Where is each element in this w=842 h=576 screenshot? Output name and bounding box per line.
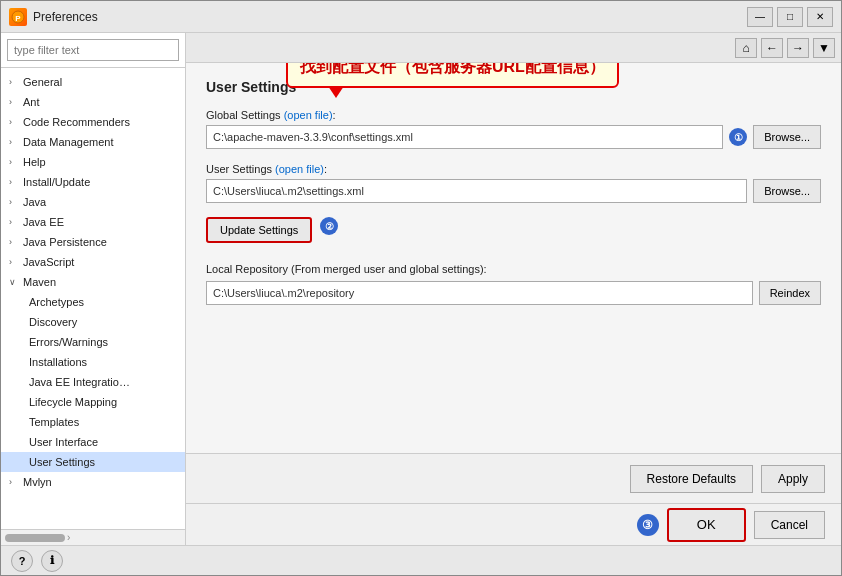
main-content: User Settings Global Settings (open file… [186, 63, 841, 453]
sidebar-item-user-interface[interactable]: User Interface [1, 432, 185, 452]
sidebar-item-javascript[interactable]: › JavaScript [1, 252, 185, 272]
sidebar-item-help[interactable]: › Help [1, 152, 185, 172]
user-settings-input[interactable] [206, 179, 747, 203]
sidebar-item-discovery[interactable]: Discovery [1, 312, 185, 332]
sidebar-item-general[interactable]: › General [1, 72, 185, 92]
sidebar-item-label: Java Persistence [23, 236, 107, 248]
sidebar-item-label: Java EE Integratio… [29, 376, 130, 388]
home-button[interactable]: ⌂ [735, 38, 757, 58]
sidebar-item-label: User Settings [29, 456, 95, 468]
ok-button[interactable]: OK [667, 508, 746, 542]
user-browse-button[interactable]: Browse... [753, 179, 821, 203]
cancel-button[interactable]: Cancel [754, 511, 825, 539]
app-icon: P [9, 8, 27, 26]
horizontal-scrollbar[interactable] [5, 534, 65, 542]
sidebar-item-code-recommenders[interactable]: › Code Recommenders [1, 112, 185, 132]
sidebar-item-archetypes[interactable]: Archetypes [1, 292, 185, 312]
arrow-icon: › [9, 197, 21, 207]
reindex-button[interactable]: Reindex [759, 281, 821, 305]
update-settings-button[interactable]: Update Settings [206, 217, 312, 243]
sidebar-item-java-persistence[interactable]: › Java Persistence [1, 232, 185, 252]
sidebar-item-java[interactable]: › Java [1, 192, 185, 212]
arrow-icon: › [9, 137, 21, 147]
scroll-arrow[interactable]: › [67, 532, 70, 543]
sidebar: › General › Ant › Code Recommenders › Da… [1, 33, 186, 545]
sidebar-item-label: Ant [23, 96, 40, 108]
global-settings-text: Global Settings [206, 109, 284, 121]
sidebar-scrollbar-area: › [1, 529, 185, 545]
sidebar-item-label: Mvlyn [23, 476, 52, 488]
maximize-button[interactable]: □ [777, 7, 803, 27]
ok-cancel-bar: ③ OK Cancel [186, 503, 841, 545]
sidebar-item-templates[interactable]: Templates [1, 412, 185, 432]
user-settings-link[interactable]: (open file) [275, 163, 324, 175]
svg-text:P: P [15, 13, 21, 22]
user-settings-group: User Settings (open file): Browse... Upd… [206, 163, 821, 243]
sidebar-item-install-update[interactable]: › Install/Update [1, 172, 185, 192]
arrow-icon: › [9, 237, 21, 247]
arrow-icon: › [9, 257, 21, 267]
user-settings-label: User Settings (open file): [206, 163, 821, 175]
update-settings-row: Update Settings ② [206, 209, 821, 243]
sidebar-item-label: Errors/Warnings [29, 336, 108, 348]
global-browse-button[interactable]: Browse... [753, 125, 821, 149]
bottom-action-bar: Restore Defaults Apply [186, 453, 841, 503]
local-repo-input[interactable] [206, 281, 753, 305]
info-button[interactable]: ℹ [41, 550, 63, 572]
sidebar-item-java-ee[interactable]: › Java EE [1, 212, 185, 232]
sidebar-item-maven[interactable]: ∨ Maven [1, 272, 185, 292]
arrow-icon: › [9, 477, 21, 487]
badge-2: ② [320, 217, 338, 235]
global-settings-input[interactable] [206, 125, 723, 149]
forward-button[interactable]: → [787, 38, 809, 58]
sidebar-item-user-settings[interactable]: User Settings [1, 452, 185, 472]
sidebar-item-errors-warnings[interactable]: Errors/Warnings [1, 332, 185, 352]
title-bar: P Preferences — □ ✕ [1, 1, 841, 33]
restore-defaults-button[interactable]: Restore Defaults [630, 465, 753, 493]
user-settings-row: Browse... [206, 179, 821, 203]
sidebar-item-label: Installations [29, 356, 87, 368]
window-controls: — □ ✕ [747, 7, 833, 27]
help-button[interactable]: ? [11, 550, 33, 572]
minimize-button[interactable]: — [747, 7, 773, 27]
badge-3: ③ [637, 514, 659, 536]
preferences-window: P Preferences — □ ✕ › General › [0, 0, 842, 576]
balloon-tooltip: 找到配置文件（包含服务器URL配置信息） [286, 63, 619, 88]
sidebar-item-ant[interactable]: › Ant [1, 92, 185, 112]
sidebar-item-label: Discovery [29, 316, 77, 328]
global-settings-label: Global Settings (open file): [206, 109, 821, 121]
sidebar-item-installations[interactable]: Installations [1, 352, 185, 372]
sidebar-item-label: Help [23, 156, 46, 168]
sidebar-item-data-management[interactable]: › Data Management [1, 132, 185, 152]
tree: › General › Ant › Code Recommenders › Da… [1, 68, 185, 529]
arrow-icon: › [9, 97, 21, 107]
sidebar-item-java-ee-integration[interactable]: Java EE Integratio… [1, 372, 185, 392]
content-area: › General › Ant › Code Recommenders › Da… [1, 33, 841, 545]
close-button[interactable]: ✕ [807, 7, 833, 27]
dropdown-button[interactable]: ▼ [813, 38, 835, 58]
balloon-text: 找到配置文件（包含服务器URL配置信息） [300, 63, 605, 75]
local-repo-section: Local Repository (From merged user and g… [206, 263, 821, 305]
filter-input[interactable] [7, 39, 179, 61]
arrow-icon: › [9, 177, 21, 187]
sidebar-item-mvlyn[interactable]: › Mvlyn [1, 472, 185, 492]
arrow-icon: ∨ [9, 277, 21, 287]
global-settings-link[interactable]: (open file) [284, 109, 333, 121]
arrow-icon: › [9, 217, 21, 227]
sidebar-item-label: Maven [23, 276, 56, 288]
sidebar-item-label: Install/Update [23, 176, 90, 188]
sidebar-item-label: Templates [29, 416, 79, 428]
main-toolbar: ⌂ ← → ▼ [186, 33, 841, 63]
badge-1: ① [729, 128, 747, 146]
back-button[interactable]: ← [761, 38, 783, 58]
sidebar-item-lifecycle-mapping[interactable]: Lifecycle Mapping [1, 392, 185, 412]
sidebar-item-label: Data Management [23, 136, 114, 148]
apply-button[interactable]: Apply [761, 465, 825, 493]
sidebar-item-label: Code Recommenders [23, 116, 130, 128]
reindex-row: Reindex [206, 281, 821, 305]
local-repo-label: Local Repository (From merged user and g… [206, 263, 821, 275]
sidebar-item-label: User Interface [29, 436, 98, 448]
search-box [1, 33, 185, 68]
arrow-icon: › [9, 77, 21, 87]
arrow-icon: › [9, 157, 21, 167]
